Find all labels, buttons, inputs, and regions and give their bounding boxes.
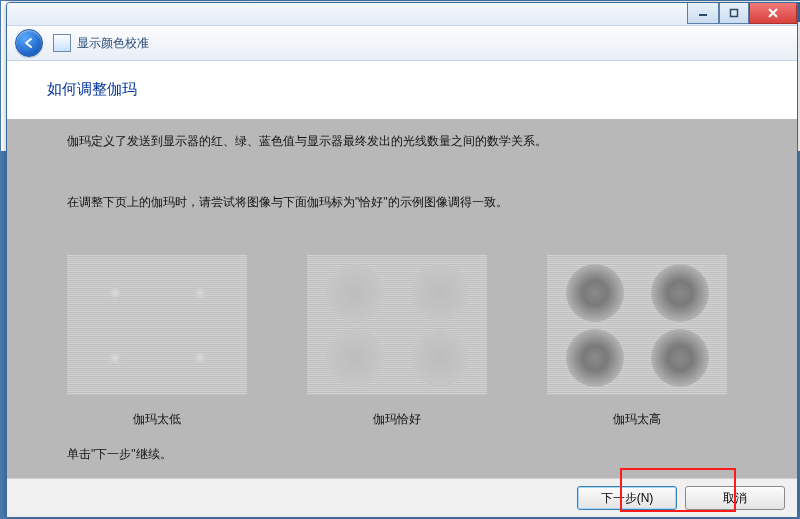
content-area: 如何调整伽玛 伽玛定义了发送到显示器的红、绿、蓝色值与显示器最终发出的光线数量之… xyxy=(7,60,797,479)
sample-gamma-good: 伽玛恰好 xyxy=(307,255,487,428)
content-body: 伽玛定义了发送到显示器的红、绿、蓝色值与显示器最终发出的光线数量之间的数学关系。… xyxy=(7,119,797,479)
sample-label-high: 伽玛太高 xyxy=(547,411,727,428)
sample-row: 伽玛太低 伽玛恰好 xyxy=(67,255,757,428)
sample-gamma-high: 伽玛太高 xyxy=(547,255,727,428)
cancel-button[interactable]: 取消 xyxy=(685,486,785,510)
titlebar[interactable] xyxy=(7,3,797,26)
sample-label-good: 伽玛恰好 xyxy=(307,411,487,428)
back-button[interactable] xyxy=(15,29,43,57)
app-title: 显示颜色校准 xyxy=(77,35,149,52)
sample-image-low xyxy=(67,255,247,395)
sample-gamma-low: 伽玛太低 xyxy=(67,255,247,428)
continue-hint: 单击"下一步"继续。 xyxy=(67,446,757,463)
page-heading: 如何调整伽玛 xyxy=(47,80,757,99)
next-button[interactable]: 下一步(N) xyxy=(577,486,677,510)
app-icon xyxy=(53,34,71,52)
sample-image-good xyxy=(307,255,487,395)
description-2: 在调整下页上的伽玛时，请尝试将图像与下面伽玛标为"恰好"的示例图像调得一致。 xyxy=(67,194,757,211)
sample-label-low: 伽玛太低 xyxy=(67,411,247,428)
sample-image-high xyxy=(547,255,727,395)
footer: 下一步(N) 取消 xyxy=(7,478,797,517)
toolbar: 显示颜色校准 xyxy=(7,26,797,61)
close-button[interactable] xyxy=(749,3,797,24)
main-window: 显示颜色校准 如何调整伽玛 伽玛定义了发送到显示器的红、绿、蓝色值与显示器最终发… xyxy=(6,2,798,518)
minimize-button[interactable] xyxy=(687,3,719,24)
maximize-button[interactable] xyxy=(719,3,749,24)
svg-rect-1 xyxy=(731,10,738,17)
description-1: 伽玛定义了发送到显示器的红、绿、蓝色值与显示器最终发出的光线数量之间的数学关系。 xyxy=(67,133,757,150)
